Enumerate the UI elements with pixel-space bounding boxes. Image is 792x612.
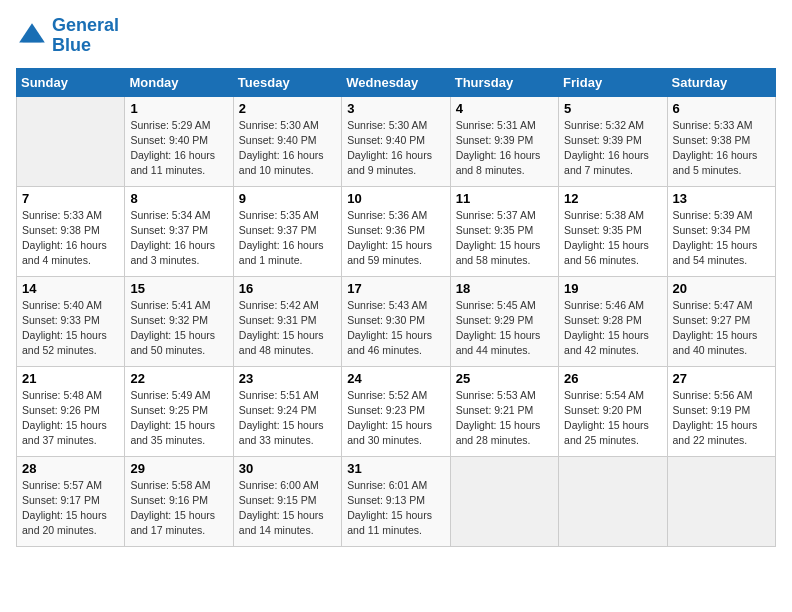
day-number: 19 — [564, 281, 661, 296]
day-number: 31 — [347, 461, 444, 476]
calendar-cell: 27Sunrise: 5:56 AMSunset: 9:19 PMDayligh… — [667, 366, 775, 456]
day-number: 26 — [564, 371, 661, 386]
cell-info: Sunrise: 5:49 AMSunset: 9:25 PMDaylight:… — [130, 388, 227, 449]
cell-info: Sunrise: 5:58 AMSunset: 9:16 PMDaylight:… — [130, 478, 227, 539]
calendar-cell — [667, 456, 775, 546]
day-number: 30 — [239, 461, 336, 476]
day-number: 16 — [239, 281, 336, 296]
cell-info: Sunrise: 5:33 AMSunset: 9:38 PMDaylight:… — [22, 208, 119, 269]
weekday-header: Friday — [559, 68, 667, 96]
calendar-cell: 7Sunrise: 5:33 AMSunset: 9:38 PMDaylight… — [17, 186, 125, 276]
calendar-cell: 9Sunrise: 5:35 AMSunset: 9:37 PMDaylight… — [233, 186, 341, 276]
calendar-cell: 1Sunrise: 5:29 AMSunset: 9:40 PMDaylight… — [125, 96, 233, 186]
calendar-week-row: 21Sunrise: 5:48 AMSunset: 9:26 PMDayligh… — [17, 366, 776, 456]
day-number: 29 — [130, 461, 227, 476]
cell-info: Sunrise: 5:47 AMSunset: 9:27 PMDaylight:… — [673, 298, 770, 359]
day-number: 2 — [239, 101, 336, 116]
cell-info: Sunrise: 5:38 AMSunset: 9:35 PMDaylight:… — [564, 208, 661, 269]
cell-info: Sunrise: 5:48 AMSunset: 9:26 PMDaylight:… — [22, 388, 119, 449]
calendar-cell — [450, 456, 558, 546]
day-number: 1 — [130, 101, 227, 116]
calendar-cell: 26Sunrise: 5:54 AMSunset: 9:20 PMDayligh… — [559, 366, 667, 456]
calendar-cell: 10Sunrise: 5:36 AMSunset: 9:36 PMDayligh… — [342, 186, 450, 276]
calendar-cell: 19Sunrise: 5:46 AMSunset: 9:28 PMDayligh… — [559, 276, 667, 366]
cell-info: Sunrise: 5:30 AMSunset: 9:40 PMDaylight:… — [347, 118, 444, 179]
day-number: 17 — [347, 281, 444, 296]
cell-info: Sunrise: 5:46 AMSunset: 9:28 PMDaylight:… — [564, 298, 661, 359]
cell-info: Sunrise: 5:42 AMSunset: 9:31 PMDaylight:… — [239, 298, 336, 359]
cell-info: Sunrise: 5:33 AMSunset: 9:38 PMDaylight:… — [673, 118, 770, 179]
cell-info: Sunrise: 5:32 AMSunset: 9:39 PMDaylight:… — [564, 118, 661, 179]
day-number: 9 — [239, 191, 336, 206]
day-number: 10 — [347, 191, 444, 206]
day-number: 8 — [130, 191, 227, 206]
calendar-cell: 22Sunrise: 5:49 AMSunset: 9:25 PMDayligh… — [125, 366, 233, 456]
calendar-cell: 16Sunrise: 5:42 AMSunset: 9:31 PMDayligh… — [233, 276, 341, 366]
calendar-cell: 30Sunrise: 6:00 AMSunset: 9:15 PMDayligh… — [233, 456, 341, 546]
day-number: 22 — [130, 371, 227, 386]
logo: General Blue — [16, 16, 119, 56]
calendar-cell: 28Sunrise: 5:57 AMSunset: 9:17 PMDayligh… — [17, 456, 125, 546]
cell-info: Sunrise: 5:29 AMSunset: 9:40 PMDaylight:… — [130, 118, 227, 179]
day-number: 14 — [22, 281, 119, 296]
cell-info: Sunrise: 6:00 AMSunset: 9:15 PMDaylight:… — [239, 478, 336, 539]
calendar-cell: 14Sunrise: 5:40 AMSunset: 9:33 PMDayligh… — [17, 276, 125, 366]
calendar-week-row: 7Sunrise: 5:33 AMSunset: 9:38 PMDaylight… — [17, 186, 776, 276]
day-number: 12 — [564, 191, 661, 206]
weekday-header: Thursday — [450, 68, 558, 96]
day-number: 4 — [456, 101, 553, 116]
calendar-cell: 21Sunrise: 5:48 AMSunset: 9:26 PMDayligh… — [17, 366, 125, 456]
calendar-cell: 4Sunrise: 5:31 AMSunset: 9:39 PMDaylight… — [450, 96, 558, 186]
cell-info: Sunrise: 5:34 AMSunset: 9:37 PMDaylight:… — [130, 208, 227, 269]
calendar-cell: 11Sunrise: 5:37 AMSunset: 9:35 PMDayligh… — [450, 186, 558, 276]
day-number: 27 — [673, 371, 770, 386]
weekday-header: Sunday — [17, 68, 125, 96]
cell-info: Sunrise: 5:30 AMSunset: 9:40 PMDaylight:… — [239, 118, 336, 179]
weekday-header: Wednesday — [342, 68, 450, 96]
calendar-cell — [17, 96, 125, 186]
day-number: 15 — [130, 281, 227, 296]
cell-info: Sunrise: 5:41 AMSunset: 9:32 PMDaylight:… — [130, 298, 227, 359]
cell-info: Sunrise: 5:39 AMSunset: 9:34 PMDaylight:… — [673, 208, 770, 269]
calendar-cell: 15Sunrise: 5:41 AMSunset: 9:32 PMDayligh… — [125, 276, 233, 366]
calendar-cell: 20Sunrise: 5:47 AMSunset: 9:27 PMDayligh… — [667, 276, 775, 366]
weekday-header: Monday — [125, 68, 233, 96]
day-number: 21 — [22, 371, 119, 386]
calendar-cell: 17Sunrise: 5:43 AMSunset: 9:30 PMDayligh… — [342, 276, 450, 366]
day-number: 23 — [239, 371, 336, 386]
calendar-cell — [559, 456, 667, 546]
day-number: 13 — [673, 191, 770, 206]
calendar-cell: 5Sunrise: 5:32 AMSunset: 9:39 PMDaylight… — [559, 96, 667, 186]
logo-icon — [16, 20, 48, 52]
calendar-cell: 25Sunrise: 5:53 AMSunset: 9:21 PMDayligh… — [450, 366, 558, 456]
day-number: 5 — [564, 101, 661, 116]
day-number: 3 — [347, 101, 444, 116]
cell-info: Sunrise: 5:37 AMSunset: 9:35 PMDaylight:… — [456, 208, 553, 269]
weekday-header: Tuesday — [233, 68, 341, 96]
calendar-header-row: SundayMondayTuesdayWednesdayThursdayFrid… — [17, 68, 776, 96]
calendar-cell: 24Sunrise: 5:52 AMSunset: 9:23 PMDayligh… — [342, 366, 450, 456]
cell-info: Sunrise: 5:43 AMSunset: 9:30 PMDaylight:… — [347, 298, 444, 359]
day-number: 11 — [456, 191, 553, 206]
cell-info: Sunrise: 6:01 AMSunset: 9:13 PMDaylight:… — [347, 478, 444, 539]
calendar-cell: 31Sunrise: 6:01 AMSunset: 9:13 PMDayligh… — [342, 456, 450, 546]
day-number: 28 — [22, 461, 119, 476]
page-header: General Blue — [16, 16, 776, 56]
calendar-cell: 23Sunrise: 5:51 AMSunset: 9:24 PMDayligh… — [233, 366, 341, 456]
cell-info: Sunrise: 5:40 AMSunset: 9:33 PMDaylight:… — [22, 298, 119, 359]
calendar-cell: 3Sunrise: 5:30 AMSunset: 9:40 PMDaylight… — [342, 96, 450, 186]
weekday-header: Saturday — [667, 68, 775, 96]
calendar-cell: 18Sunrise: 5:45 AMSunset: 9:29 PMDayligh… — [450, 276, 558, 366]
calendar-cell: 29Sunrise: 5:58 AMSunset: 9:16 PMDayligh… — [125, 456, 233, 546]
day-number: 6 — [673, 101, 770, 116]
cell-info: Sunrise: 5:54 AMSunset: 9:20 PMDaylight:… — [564, 388, 661, 449]
calendar-table: SundayMondayTuesdayWednesdayThursdayFrid… — [16, 68, 776, 547]
cell-info: Sunrise: 5:36 AMSunset: 9:36 PMDaylight:… — [347, 208, 444, 269]
calendar-week-row: 14Sunrise: 5:40 AMSunset: 9:33 PMDayligh… — [17, 276, 776, 366]
cell-info: Sunrise: 5:56 AMSunset: 9:19 PMDaylight:… — [673, 388, 770, 449]
cell-info: Sunrise: 5:53 AMSunset: 9:21 PMDaylight:… — [456, 388, 553, 449]
day-number: 18 — [456, 281, 553, 296]
calendar-cell: 8Sunrise: 5:34 AMSunset: 9:37 PMDaylight… — [125, 186, 233, 276]
calendar-cell: 6Sunrise: 5:33 AMSunset: 9:38 PMDaylight… — [667, 96, 775, 186]
day-number: 20 — [673, 281, 770, 296]
